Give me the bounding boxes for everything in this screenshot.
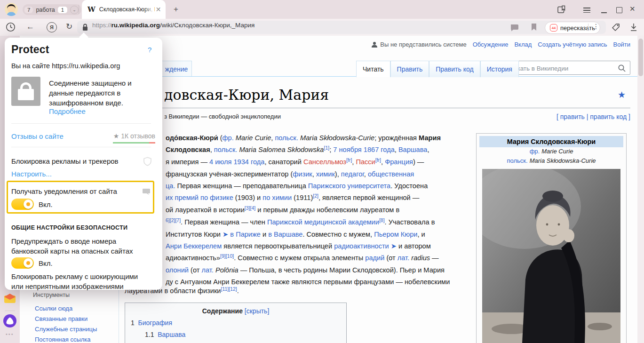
text-segment: ,: [395, 146, 398, 153]
tab-edit[interactable]: Править: [390, 61, 429, 77]
tab-group-chip[interactable]: 7 работа 1 ⌄: [23, 4, 81, 15]
yandex-mail-icon[interactable]: [4, 293, 16, 305]
wiki-link[interactable]: химик: [316, 170, 335, 178]
wiki-link[interactable]: польск.: [275, 134, 298, 142]
rephrase-button[interactable]: 44 пересказать: [545, 22, 600, 34]
comments-icon[interactable]: [511, 24, 519, 32]
site-reviews-link[interactable]: Отзывы о сайте: [11, 132, 64, 140]
link-login[interactable]: Войти: [613, 41, 630, 48]
protect-title: Protect: [11, 43, 49, 56]
window-maximize-button[interactable]: [616, 7, 622, 13]
wikipedia-favicon: W: [87, 5, 95, 14]
user-avatar[interactable]: [5, 3, 18, 16]
wiki-link[interactable]: 1867 года: [364, 146, 395, 153]
toc-subitem[interactable]: 1.1 Варшава: [145, 331, 346, 338]
details-link[interactable]: Подробнее: [49, 107, 86, 115]
notifications-toggle[interactable]: [11, 199, 34, 210]
wiki-link[interactable]: [fr]: [375, 157, 381, 163]
tab-discussion-partial[interactable]: ждение: [161, 61, 192, 77]
wiki-link[interactable]: [11][12]: [221, 286, 237, 292]
reload-button[interactable]: ↻: [66, 22, 72, 32]
search-icon[interactable]: [618, 64, 626, 72]
back-button[interactable]: ←: [26, 22, 34, 32]
wiki-link[interactable]: фр.: [223, 134, 234, 142]
wiki-link[interactable]: общественная: [368, 170, 414, 178]
window-minimize-button[interactable]: [601, 12, 607, 13]
wiki-link[interactable]: ца.: [166, 182, 175, 190]
wiki-link[interactable]: физик: [293, 170, 312, 178]
sidebar-link-related-changes[interactable]: Связанные правки: [35, 315, 87, 322]
wiki-link[interactable]: [1]: [324, 145, 329, 151]
wiki-link[interactable]: лат.: [201, 266, 213, 274]
wiki-link[interactable]: по химии: [262, 194, 292, 201]
active-browser-tab[interactable]: W Склодовская-Кюри, Ма ✕: [82, 0, 166, 19]
wiki-link[interactable]: их премий по физике: [166, 194, 233, 201]
collections-tag-icon[interactable]: [611, 22, 621, 32]
wiki-link[interactable]: радиоактивности ➤: [334, 242, 397, 250]
lock-icon[interactable]: [82, 23, 88, 32]
tab-read[interactable]: Читать: [356, 61, 390, 77]
section-edit-links[interactable]: [ править | править код ]: [557, 113, 630, 120]
bookmark-icon[interactable]: [531, 23, 537, 31]
wiki-link[interactable]: ➤ в Париже: [223, 231, 261, 238]
configure-link[interactable]: Настроить...: [11, 170, 52, 178]
wiki-link[interactable]: Пасси: [356, 158, 375, 166]
tab-history[interactable]: История: [480, 61, 519, 77]
login-notice: Вы не представились системе: [371, 41, 466, 48]
tab-edit-code[interactable]: Править код: [429, 61, 480, 77]
alice-assistant-icon[interactable]: [3, 314, 16, 327]
downloads-icon[interactable]: [628, 22, 639, 32]
wiki-link[interactable]: [3][4]: [245, 205, 255, 211]
wiki-link[interactable]: радий: [365, 254, 384, 262]
side-panel-divider: [5, 311, 15, 311]
sidebar-link-whatlinkshere[interactable]: Ссылки сюда: [35, 305, 72, 312]
wiki-link[interactable]: Анри Беккерелем: [166, 242, 222, 250]
sidebar-link-permanent[interactable]: Постоянная ссылка: [35, 336, 91, 343]
link-contributions[interactable]: Вклад: [514, 41, 532, 48]
wiki-link[interactable]: 1934 года: [233, 158, 264, 166]
link-discussion[interactable]: Обсуждение: [473, 41, 509, 48]
wiki-link[interactable]: 7 ноября: [333, 146, 361, 153]
wiki-link[interactable]: лат.: [398, 254, 409, 262]
wiki-link[interactable]: 6][2][7]: [166, 217, 181, 223]
wiki-link[interactable]: польск.: [214, 146, 238, 153]
scrollbar-thumb[interactable]: [638, 39, 643, 76]
page-scrollbar[interactable]: [637, 36, 644, 343]
yandex-button[interactable]: Я: [47, 22, 57, 32]
card-warning-toggle[interactable]: [11, 257, 34, 269]
text-segment: одо́вская-Кюри́: [166, 134, 218, 142]
wiki-link[interactable]: Варшава: [398, 146, 428, 153]
wiki-link[interactable]: Франция: [385, 158, 413, 166]
chevron-down-icon[interactable]: ⌄: [70, 6, 79, 14]
protect-help-link[interactable]: ?: [148, 46, 151, 54]
text-segment: Мария: [419, 134, 441, 142]
wiki-link[interactable]: [2]: [313, 193, 318, 199]
toc-hide-link[interactable]: [скрыть]: [245, 307, 269, 315]
new-tab-button[interactable]: +: [170, 4, 182, 15]
watchlist-star-icon[interactable]: ★: [618, 89, 626, 100]
link-create-account[interactable]: Создать учётную запись: [538, 41, 607, 48]
wiki-link[interactable]: [9][10]: [220, 253, 234, 259]
rating-bar: [113, 142, 155, 144]
sidebar-link-special-pages[interactable]: Служебные страницы: [35, 326, 97, 333]
address-more-icon[interactable]: ⋮: [593, 23, 599, 30]
side-panel-more-icon[interactable]: •••: [6, 331, 14, 337]
history-clock-icon[interactable]: [6, 22, 16, 32]
window-close-button[interactable]: ✕: [629, 5, 636, 13]
bookmarks-panel-icon[interactable]: [557, 5, 566, 14]
wiki-search-box[interactable]: [504, 61, 630, 75]
wiki-link[interactable]: Парижской медицинской академии: [267, 218, 379, 226]
tab-close-icon[interactable]: ✕: [156, 6, 161, 13]
wiki-link[interactable]: в Варшаве: [268, 231, 302, 238]
wiki-link[interactable]: Парижского университета: [308, 182, 390, 190]
wiki-link[interactable]: 4 июля: [209, 158, 231, 166]
toc-item[interactable]: 1 Биография: [131, 319, 346, 327]
wiki-link[interactable]: педагог: [341, 170, 364, 178]
wiki-link[interactable]: Санселльмоз: [303, 158, 346, 166]
wiki-link[interactable]: олоний: [166, 266, 189, 274]
wiki-search-input[interactable]: [509, 62, 618, 75]
wiki-link[interactable]: Пьером Кюри: [374, 231, 417, 238]
menu-icon[interactable]: [583, 6, 590, 15]
wiki-link[interactable]: [8]: [379, 217, 385, 223]
wiki-link[interactable]: [fr]: [346, 157, 352, 163]
